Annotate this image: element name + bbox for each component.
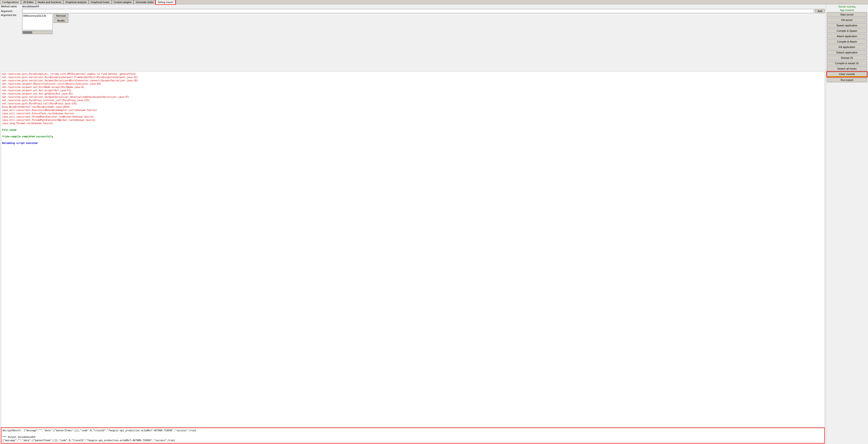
tab-graphical-analysis[interactable]: Graphical analysis <box>63 0 89 4</box>
app-status: App hooked <box>827 9 867 11</box>
spawn-application-button[interactable]: Spawn application <box>827 23 867 28</box>
modify-button[interactable]: Modify <box>54 19 68 23</box>
app-container: Configurations JS Editor Hooks and funct… <box>0 0 868 444</box>
remove-button[interactable]: Remove <box>54 13 68 18</box>
main-layout: Method name: decodebase64 Argument: Add … <box>0 4 868 444</box>
clear-console-button[interactable]: Clear console <box>827 72 867 77</box>
tab-graphical-hooks[interactable]: Graphical hooks <box>89 0 112 4</box>
console-line: File saved <box>2 128 824 132</box>
console-line: net.razorvine.pyro.serializer.PyroExcept… <box>2 76 824 79</box>
console-area: net.razorvine.pyro.PyroException: [frida… <box>0 70 826 444</box>
compile-spawn-button[interactable]: Compile & Spawn <box>827 28 867 33</box>
tab-configurations[interactable]: Configurations <box>0 0 21 4</box>
compile-attach-button[interactable]: Compile & Attach <box>827 39 867 44</box>
console-line: net.razorvine.pyro.serializer.SerpentSer… <box>2 95 824 99</box>
console-line: java.util.concurrent.ThreadPoolExecutor.… <box>2 115 824 119</box>
tab-custom-plugins[interactable]: Custom plugins <box>112 0 134 4</box>
console-line: net.razorvine.pyro.PyroException: [frida… <box>2 72 824 76</box>
console-line: net.razorvine.pyro.serializer.SerpentSer… <box>2 79 824 82</box>
argument-list-item[interactable]: HlWezxnmywGLVJb <box>23 14 52 18</box>
console-line: java.util.concurrent.FutureTask.run(Unkn… <box>2 112 824 115</box>
console-line <box>2 138 824 141</box>
detach-all-hooks-button[interactable]: Detach all hooks <box>827 66 867 71</box>
compile-reload-button[interactable]: Compile & reload JS <box>827 61 867 66</box>
argument-list-row: Argument list: HlWezxnmywGLVJb Remove Mo… <box>1 13 825 34</box>
result-line: {"message":"","data":{"bannerItems":[]},… <box>2 439 823 442</box>
kill-server-button[interactable]: Kill server <box>827 18 867 22</box>
console-line: frida-compile completed successfully <box>2 135 824 138</box>
start-server-button[interactable]: Start server <box>827 12 867 17</box>
result-line <box>2 432 823 436</box>
argument-listbox[interactable]: HlWezxnmywGLVJb <box>22 13 53 30</box>
tab-js-editor[interactable]: JS Editor <box>21 0 36 4</box>
console-line: net.razorvine.serpent.ast.Ast.accept(Ast… <box>2 89 824 92</box>
tab-hooks-functions[interactable]: Hooks and functions <box>36 0 63 4</box>
left-content: Method name: decodebase64 Argument: Add … <box>0 4 826 444</box>
method-name-section: Method name: decodebase64 <box>0 4 826 8</box>
attach-application-button[interactable]: Attach application <box>827 34 867 38</box>
run-export-button[interactable]: Run export <box>827 77 867 82</box>
tab-generate-stubs[interactable]: Generate stubs <box>133 0 155 4</box>
console-line: burp.BurpExtender$17.run(BurpExtender.ja… <box>2 105 824 109</box>
console-line: net.razorvine.pyro.PyroProxy.call(PyroPr… <box>2 102 824 105</box>
argument-buttons: Remove Modify <box>54 13 68 23</box>
empty-space <box>0 35 826 70</box>
console-line: java.util.concurrent.Executors$RunnableA… <box>2 109 824 112</box>
result-line: decryptResult: {"message":"","data":{"ba… <box>2 429 823 432</box>
argument-list-label: Argument list: <box>1 13 22 17</box>
console-line: net.razorvine.serpent.ObjectifyVisitor.v… <box>2 82 824 86</box>
tab-bar: Configurations JS Editor Hooks and funct… <box>0 0 868 4</box>
console-output[interactable]: net.razorvine.pyro.PyroException: [frida… <box>1 71 825 427</box>
console-line: net.razorvine.serpent.ast.DictNode.accep… <box>2 86 824 89</box>
console-line: java.lang.Thread.run(Unknown Source) <box>2 122 824 125</box>
method-name-value: decodebase64 <box>22 5 39 8</box>
argument-input[interactable] <box>22 9 814 13</box>
console-line <box>2 132 824 135</box>
tab-debug-export[interactable]: Debug export <box>156 0 176 4</box>
console-line <box>2 125 824 128</box>
console-line: net.razorvine.serpent.ast.Ast.getData(As… <box>2 92 824 95</box>
kill-application-button[interactable]: Kill application <box>827 45 867 50</box>
console-result-box: decryptResult: {"message":"","data":{"ba… <box>1 427 825 444</box>
add-button[interactable]: Add <box>815 9 825 13</box>
console-line: java.util.concurrent.ThreadPoolExecutor$… <box>2 119 824 122</box>
server-status: Server running <box>827 5 867 8</box>
reload-js-button[interactable]: Reload JS <box>827 56 867 60</box>
argument-input-row: Argument: Add <box>1 9 825 13</box>
console-line: Reloading script executed <box>2 141 824 145</box>
result-line: *** Output decodebase64: <box>2 436 823 439</box>
argument-label: Argument: <box>1 10 22 12</box>
console-line: net.razorvine.pyro.PyroProxy.internal_ca… <box>2 99 824 102</box>
right-sidebar: Server running App hooked Start server K… <box>826 4 868 444</box>
method-name-label: Method name: <box>1 5 22 8</box>
argument-section: Argument: Add Argument list: HlWezxnmywG… <box>0 8 826 35</box>
detach-application-button[interactable]: Detach application <box>827 50 867 55</box>
